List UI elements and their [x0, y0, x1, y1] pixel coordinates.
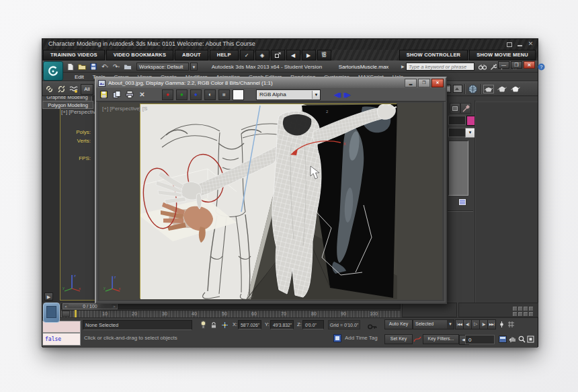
time-tag-icon[interactable] — [333, 334, 342, 343]
isolate-bulb-icon[interactable] — [198, 320, 208, 329]
delete-image-icon[interactable]: ✕ — [137, 90, 147, 100]
time-slider-prev[interactable]: < — [63, 304, 69, 309]
hd-sd-toggle[interactable]: HD SD — [317, 50, 331, 61]
utilities-panel-tab-icon[interactable] — [460, 103, 471, 114]
wrench-icon[interactable] — [489, 63, 498, 71]
display-panel-tab-icon[interactable] — [450, 103, 460, 114]
diamond-icon[interactable]: ◈ — [255, 50, 270, 61]
video-bookmarks-button[interactable]: VIDEO BOOKMARKS — [106, 50, 173, 61]
alpha-channel-button[interactable]: ■ — [218, 89, 230, 100]
mono-channel-button[interactable]: ◐ — [204, 89, 216, 100]
next-image-icon[interactable]: ▮▶ — [343, 91, 350, 98]
help-button[interactable]: HELP — [210, 50, 239, 61]
prev-video-icon[interactable]: ◀ — [286, 50, 300, 61]
unlink-selection-icon[interactable] — [56, 83, 67, 94]
undo-icon[interactable]: ↶▾ — [100, 63, 110, 71]
mini-viewcube-widget[interactable] — [43, 303, 60, 323]
blue-channel-button[interactable]: ● — [190, 89, 202, 100]
show-controller-button[interactable]: SHOW CONTROLLER — [399, 50, 468, 61]
scene-viewport[interactable]: x 2 — [140, 104, 397, 299]
selection-set-arrow[interactable]: ▼ — [447, 320, 454, 329]
app-restore-button[interactable]: ❒ — [511, 61, 522, 69]
y-coord-field[interactable]: 49'3.832" — [270, 320, 294, 329]
rendered-frame-icon[interactable] — [452, 83, 463, 94]
expand-tray-button[interactable]: ▶ — [44, 292, 53, 301]
minimize-icon[interactable] — [517, 41, 523, 47]
max-logo[interactable] — [43, 61, 63, 81]
go-to-end-button[interactable]: ▶▶| — [487, 319, 496, 329]
about-button[interactable]: ABOUT — [175, 50, 208, 61]
next-video-icon[interactable]: ▶ — [302, 50, 316, 61]
print-image-icon[interactable] — [124, 90, 134, 100]
image-window-minimize[interactable]: ▂ — [405, 79, 417, 87]
zoom-extents-icon[interactable] — [526, 334, 535, 344]
stack-list-icon[interactable] — [458, 198, 467, 206]
save-file-icon[interactable] — [89, 63, 98, 71]
search-input[interactable] — [406, 63, 474, 71]
popout-icon[interactable] — [271, 50, 285, 61]
open-mini-curve-editor[interactable] — [62, 311, 70, 317]
bind-to-space-warp-icon[interactable] — [68, 83, 79, 94]
redo-icon[interactable]: ↷▾ — [112, 63, 121, 71]
selection-lock-icon[interactable] — [209, 320, 218, 329]
modifier-list-arrow[interactable]: ▼ — [465, 128, 475, 138]
render-last-teapot-icon[interactable] — [510, 83, 521, 94]
z-coord-field[interactable]: 0'0.0" — [302, 320, 324, 329]
channel-display-dropdown[interactable]: RGB Alpha ▼ — [256, 89, 321, 100]
channel-dropdown-arrow[interactable]: ▼ — [312, 91, 320, 99]
track-bar[interactable] — [61, 310, 401, 317]
zoom-icon[interactable] — [517, 334, 526, 344]
add-time-tag[interactable]: Add Time Tag — [345, 334, 385, 343]
window-titlebar[interactable]: Character Modeling in Autodesk 3ds Max: … — [42, 39, 538, 50]
command-panel-rollouts[interactable] — [475, 102, 538, 303]
transform-gizmo-icon[interactable] — [220, 320, 229, 329]
resize-grip[interactable] — [513, 307, 533, 316]
clone-image-icon[interactable] — [112, 90, 122, 100]
render-production-teapot-icon[interactable] — [483, 83, 494, 94]
selection-set-dropdown[interactable]: Selected ▼ — [413, 319, 454, 329]
tab-graphite-modeling[interactable]: Graphite Modeling — [42, 96, 92, 101]
modifier-list-field[interactable] — [448, 128, 466, 137]
search-flyout-arrow[interactable]: ▶ — [401, 63, 405, 71]
image-window-close[interactable]: ✕ — [431, 79, 444, 87]
training-videos-button[interactable]: TRAINING VIDEOS — [43, 50, 105, 61]
new-file-icon[interactable] — [66, 63, 75, 71]
auto-key-button[interactable]: Auto Key — [384, 319, 413, 329]
select-and-link-icon[interactable] — [44, 83, 54, 94]
clear-color-swatch[interactable] — [233, 89, 244, 100]
maxscript-mini-listener[interactable]: false — [42, 333, 81, 346]
green-channel-button[interactable]: ● — [176, 89, 188, 100]
check-icon[interactable]: ✓ — [240, 50, 254, 61]
key-filters-button[interactable]: Key Filters... — [423, 334, 459, 344]
app-minimize-button[interactable]: — — [498, 61, 509, 69]
set-key-button[interactable]: Set Key — [384, 334, 413, 344]
restore-icon[interactable] — [506, 41, 512, 47]
current-frame-field[interactable]: 0 — [465, 335, 495, 344]
dialog-toggle-icon[interactable] — [498, 334, 507, 344]
workspace-dropdown-arrow[interactable]: ▼ — [190, 63, 198, 71]
save-image-icon[interactable] — [99, 90, 109, 100]
project-folder-icon[interactable] — [123, 63, 132, 71]
render-iterative-teapot-icon[interactable] — [497, 83, 507, 94]
show-movie-menu-button[interactable]: SHOW MOVIE MENU — [469, 50, 536, 61]
time-slider-next[interactable]: > — [112, 304, 117, 309]
modifier-stack[interactable] — [448, 141, 468, 196]
render-setup-globe-icon[interactable] — [467, 83, 478, 94]
viewport-label[interactable]: [+] [Perspective — [61, 109, 98, 115]
close-icon[interactable]: ✕ — [528, 41, 534, 47]
help-icon[interactable]: ? — [536, 63, 546, 71]
prev-image-icon[interactable]: ◀▮ — [334, 91, 341, 98]
x-coord-field[interactable]: 58'7.026" — [238, 320, 261, 329]
app-close-button[interactable]: ✕ — [524, 61, 535, 69]
object-name-field[interactable] — [448, 116, 466, 125]
selection-filter-all[interactable]: All — [81, 84, 93, 95]
current-frame-marker[interactable] — [75, 310, 77, 317]
open-file-icon[interactable] — [77, 63, 87, 71]
search-binoculars-icon[interactable] — [478, 63, 487, 71]
time-slider-handle[interactable]: < 0 / 100 > — [63, 303, 118, 309]
red-channel-button[interactable]: ● — [162, 89, 173, 100]
menu-edit[interactable]: Edit — [75, 74, 84, 80]
key-mode-toggle-icon[interactable] — [497, 319, 506, 329]
image-window-restore[interactable]: ❒ — [418, 79, 430, 87]
image-frame-window[interactable]: About_003.jpg, Display Gamma: 2.2, RGB C… — [95, 77, 447, 304]
